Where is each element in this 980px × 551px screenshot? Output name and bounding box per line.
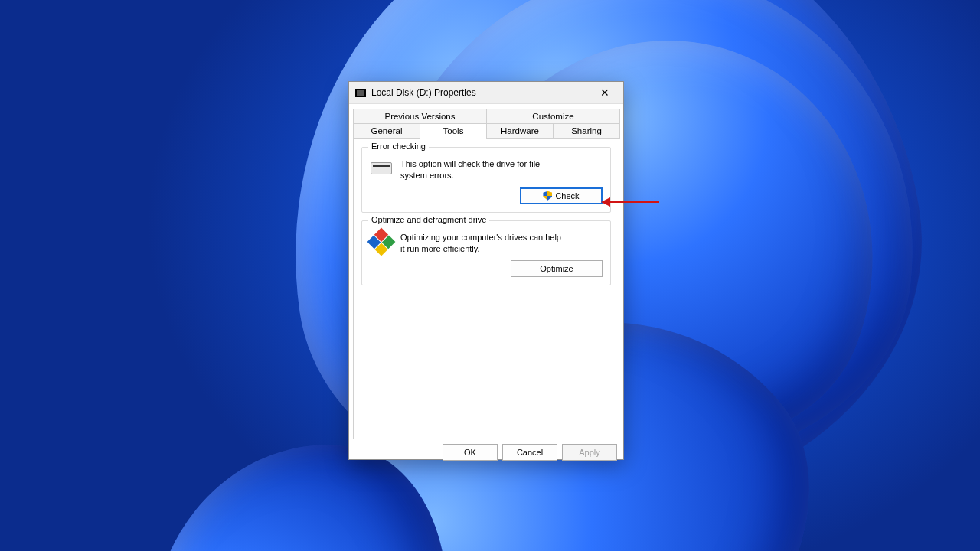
tab-previous-versions[interactable]: Previous Versions bbox=[353, 109, 487, 123]
drive-title-icon bbox=[355, 89, 366, 97]
tab-panel-tools: Error checking This option will check th… bbox=[353, 139, 619, 439]
optimize-button[interactable]: Optimize bbox=[511, 260, 603, 277]
group-optimize: Optimize and defragment drive Optimizing… bbox=[361, 220, 611, 286]
defrag-icon bbox=[370, 232, 393, 252]
close-button[interactable]: ✕ bbox=[590, 82, 620, 103]
tab-customize[interactable]: Customize bbox=[486, 109, 620, 123]
tab-sharing[interactable]: Sharing bbox=[553, 123, 620, 139]
group-error-checking: Error checking This option will check th… bbox=[361, 147, 611, 213]
dialog-footer: OK Cancel Apply bbox=[349, 439, 623, 467]
tab-tools[interactable]: Tools bbox=[420, 123, 487, 139]
tab-general[interactable]: General bbox=[353, 123, 420, 139]
window-title: Local Disk (D:) Properties bbox=[371, 87, 590, 98]
apply-button[interactable]: Apply bbox=[562, 444, 617, 461]
optimize-description: Optimizing your computer's drives can he… bbox=[400, 232, 561, 255]
group-legend-error-checking: Error checking bbox=[368, 142, 429, 151]
check-button[interactable]: Check bbox=[520, 187, 603, 204]
drive-icon bbox=[370, 158, 393, 178]
tab-hardware[interactable]: Hardware bbox=[486, 123, 554, 139]
properties-dialog: Local Disk (D:) Properties ✕ Previous Ve… bbox=[348, 81, 624, 460]
optimize-button-label: Optimize bbox=[540, 264, 573, 273]
group-legend-optimize: Optimize and defragment drive bbox=[368, 215, 489, 224]
ok-button[interactable]: OK bbox=[443, 444, 498, 461]
error-checking-description: This option will check the drive for fil… bbox=[400, 158, 561, 181]
close-icon: ✕ bbox=[600, 86, 609, 99]
check-button-label: Check bbox=[555, 191, 579, 201]
title-bar[interactable]: Local Disk (D:) Properties ✕ bbox=[349, 82, 623, 104]
uac-shield-icon bbox=[543, 191, 552, 201]
cancel-button[interactable]: Cancel bbox=[502, 444, 557, 461]
